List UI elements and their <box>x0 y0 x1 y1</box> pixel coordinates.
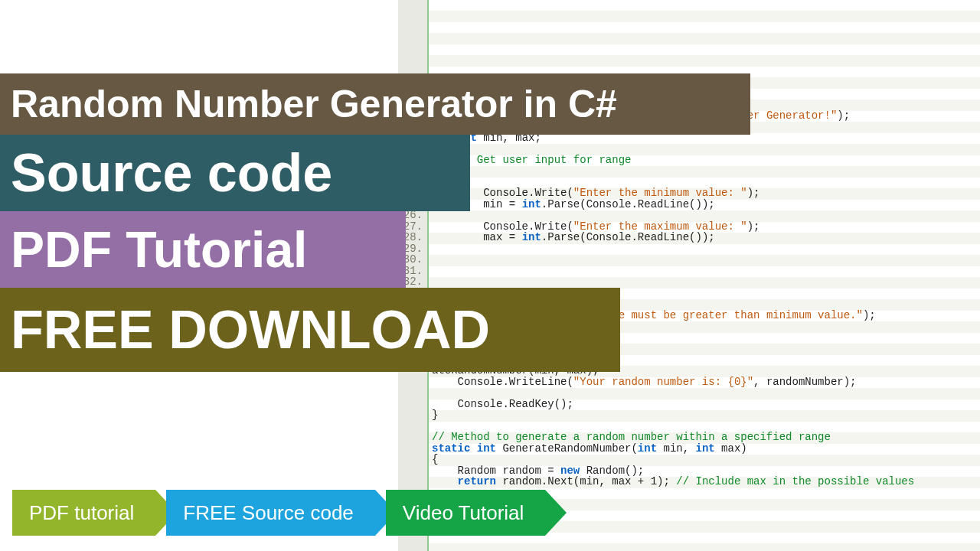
free-download-banner: FREE DOWNLOAD <box>0 288 620 372</box>
pdf-tutorial-tag[interactable]: PDF tutorial <box>12 490 155 536</box>
video-tutorial-tag[interactable]: Video Tutorial <box>386 490 546 536</box>
pdf-tutorial-banner: PDF Tutorial <box>0 211 406 288</box>
free-source-code-tag[interactable]: FREE Source code <box>166 490 375 536</box>
bottom-tag-row: PDF tutorial FREE Source code Video Tuto… <box>12 490 545 536</box>
title-banner: Random Number Generator in C# <box>0 73 750 135</box>
source-code-banner: Source code <box>0 135 470 211</box>
